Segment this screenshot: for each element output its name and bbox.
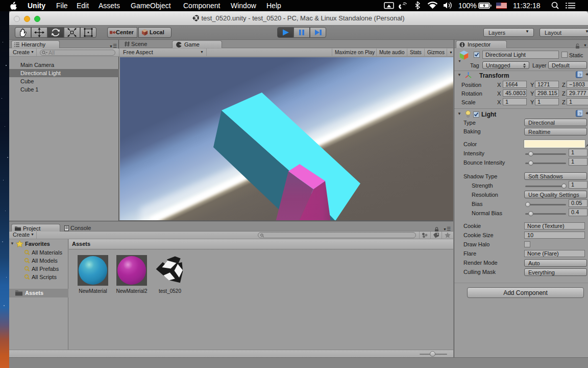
svg-text:?: ? bbox=[579, 73, 581, 77]
svg-text:?: ? bbox=[579, 111, 581, 116]
